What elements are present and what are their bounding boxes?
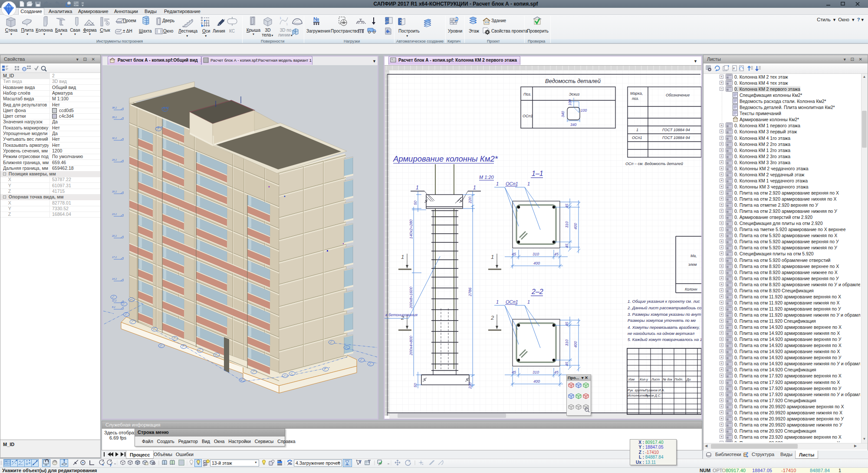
- svg-text:элем: элем: [688, 262, 697, 267]
- svg-text:ОСп1: ОСп1: [632, 136, 642, 140]
- svg-text:38.2: 38.2: [112, 106, 117, 109]
- svg-text:2. Данный лист рассматривабошь: 2. Данный лист рассматривабошь совм: [627, 305, 701, 310]
- svg-text:не находились на одном вертика: не находились на одном вертикал: [628, 331, 695, 336]
- svg-text:Кол-у: Кол-у: [640, 377, 648, 381]
- svg-text:45: 45: [565, 321, 569, 326]
- svg-text:№: №: [313, 16, 319, 22]
- svg-text:Подп.: Подп.: [674, 377, 683, 381]
- svg-text:100: 100: [568, 99, 572, 106]
- svg-text:14.2: 14.2: [112, 278, 117, 280]
- svg-text:100: 100: [581, 108, 587, 112]
- svg-text:400: 400: [573, 341, 578, 347]
- svg-text:1: 1: [527, 181, 530, 186]
- svg-text:45: 45: [512, 252, 516, 256]
- svg-text:Марка,: Марка,: [630, 91, 643, 96]
- svg-text:45: 45: [554, 252, 559, 256]
- svg-text:Рук. группы: Рук. группы: [628, 388, 646, 392]
- svg-text:1: 1: [286, 22, 288, 26]
- svg-text:1. Общие указания к проекту см: 1. Общие указания к проекту см. лис: [628, 299, 700, 304]
- svg-text:Луков Д.С.: Луков Д.С.: [644, 394, 661, 397]
- svg-text:340: 340: [561, 111, 565, 117]
- svg-text:№ док: № док: [663, 377, 673, 381]
- svg-text:45: 45: [512, 370, 516, 374]
- svg-text:+41.30: +41.30: [161, 106, 169, 109]
- svg-text:2: 2: [490, 314, 494, 321]
- svg-text:поз.: поз.: [632, 96, 639, 101]
- svg-text:400: 400: [573, 223, 578, 229]
- svg-text:1: 1: [401, 254, 404, 260]
- svg-text:1: 1: [527, 299, 530, 304]
- svg-text:3. Размеры хомутов указаны по: 3. Размеры хомутов указаны по внут: [628, 312, 701, 317]
- svg-text:45: 45: [565, 203, 569, 208]
- svg-text:400: 400: [533, 261, 540, 265]
- svg-text:1: 1: [496, 181, 499, 186]
- svg-text:45: 45: [565, 361, 569, 366]
- svg-text:310: 310: [565, 339, 569, 346]
- svg-text:ОСп1: ОСп1: [506, 181, 518, 186]
- svg-text:Колонн: Колонн: [685, 287, 697, 291]
- svg-text:ГОСТ 10884-94: ГОСТ 10884-94: [662, 128, 690, 132]
- svg-text:М 1:20: М 1:20: [479, 175, 494, 180]
- svg-text:310: 310: [533, 370, 539, 374]
- svg-text:1: 1: [279, 16, 282, 20]
- svg-text:310: 310: [565, 221, 569, 228]
- svg-text:Размеры хомутов уточнять по ме: Размеры хомутов уточнять по ме: [628, 318, 696, 323]
- svg-text:Эскиз: Эскиз: [569, 92, 579, 96]
- svg-text:50: 50: [413, 201, 418, 205]
- svg-text:45: 45: [565, 243, 569, 248]
- svg-text:4. Хомуты перевязывать вразбеж: 4. Хомуты перевязывать вразбежку,: [628, 325, 700, 330]
- svg-text:ОСп – см. Ведомость деталей: ОСп – см. Ведомость деталей: [625, 162, 683, 166]
- svg-text:Ди: Ди: [686, 377, 691, 381]
- svg-text:8.2: 8.2: [112, 306, 115, 308]
- svg-text:200x8=1600: 200x8=1600: [409, 287, 413, 309]
- svg-text:Ведомость деталей: Ведомость деталей: [545, 78, 601, 84]
- svg-text:11.2: 11.2: [112, 299, 116, 302]
- svg-text:1: 1: [636, 128, 638, 132]
- svg-text:2–2: 2–2: [531, 288, 543, 295]
- svg-text:32.2: 32.2: [112, 137, 117, 139]
- svg-text:1: 1: [491, 254, 494, 260]
- svg-text:400: 400: [533, 379, 540, 384]
- svg-text:2786: 2786: [468, 288, 472, 297]
- svg-text:23.2: 23.2: [112, 213, 117, 215]
- svg-text:45: 45: [554, 370, 559, 374]
- svg-text:Обозначение: Обозначение: [666, 93, 690, 97]
- svg-text:#: #: [733, 67, 735, 70]
- svg-text:Поз.: Поз.: [523, 92, 531, 96]
- svg-text:ОСп1: ОСп1: [523, 114, 533, 118]
- svg-text:26.2: 26.2: [112, 190, 117, 193]
- svg-text:ГОСТ 10884-94: ГОСТ 10884-94: [662, 136, 690, 140]
- svg-text:ОСп1: ОСп1: [506, 299, 518, 304]
- svg-text:в бетонирования: в бетонирования: [385, 313, 418, 317]
- svg-text:17.2: 17.2: [112, 256, 117, 258]
- svg-text:220: 220: [468, 197, 472, 204]
- svg-text:1–1: 1–1: [532, 170, 543, 177]
- svg-text:Изм: Изм: [628, 377, 635, 381]
- svg-text:310: 310: [533, 252, 539, 256]
- svg-text:20.2: 20.2: [112, 235, 117, 237]
- svg-text:Ма,: Ма,: [690, 254, 697, 258]
- svg-text:Пузанов И.А.: Пузанов И.А.: [645, 388, 665, 392]
- svg-text:1: 1: [496, 299, 499, 304]
- svg-text:+38.30: +38.30: [155, 126, 163, 129]
- svg-text:140x2=280: 140x2=280: [409, 219, 413, 239]
- svg-text:1: 1: [416, 185, 419, 191]
- svg-text:220: 220: [468, 382, 472, 389]
- svg-text:200x4=800: 200x4=800: [409, 336, 413, 356]
- svg-text:Армирование колонны Км2*: Армирование колонны Км2*: [393, 154, 498, 163]
- svg-text:1: 1: [473, 185, 476, 191]
- svg-text:340: 340: [570, 122, 576, 127]
- svg-text:35.2: 35.2: [112, 116, 117, 119]
- svg-text:50: 50: [413, 383, 418, 387]
- svg-text:5. Каждый хомут поворачивалось: 5. Каждый хомут поворачивалось на 1: [628, 337, 701, 342]
- svg-text:Лист: Лист: [651, 377, 660, 381]
- svg-text:29.2: 29.2: [112, 159, 117, 161]
